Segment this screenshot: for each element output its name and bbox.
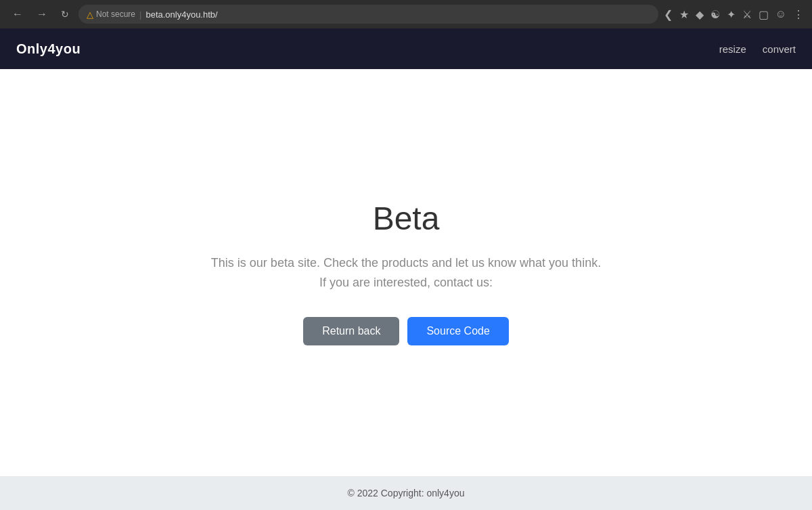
source-code-button[interactable]: Source Code — [407, 317, 508, 345]
browser-actions: ❮ ★ ◆ ☯ ✦ ⚔ ▢ ☺ ⋮ — [664, 8, 804, 21]
extensions-icon[interactable]: ◆ — [696, 8, 704, 21]
convert-link[interactable]: convert — [763, 43, 796, 55]
browser-chrome: ← → ↻ △ Not secure | beta.only4you.htb/ … — [0, 0, 812, 28]
separator: | — [139, 9, 141, 20]
address-bar[interactable]: △ Not secure | beta.only4you.htb/ — [78, 5, 658, 24]
page-title: Beta — [373, 200, 440, 237]
extensions2-icon[interactable]: ✦ — [727, 8, 736, 21]
page-description: This is our beta site. Check the product… — [210, 253, 602, 293]
profile-icon[interactable]: ☺ — [775, 8, 786, 20]
resize-link[interactable]: resize — [719, 43, 746, 55]
flask-icon[interactable]: ⚔ — [742, 8, 752, 21]
buttons-container: Return back Source Code — [303, 317, 509, 345]
share-icon[interactable]: ❮ — [664, 8, 673, 21]
app-brand: Only4you — [16, 41, 81, 57]
return-back-button[interactable]: Return back — [303, 317, 399, 345]
app-navbar: Only4you resize convert — [0, 28, 812, 69]
nav-links: resize convert — [719, 43, 796, 55]
url-display: beta.only4you.htb/ — [145, 9, 217, 20]
not-secure-label: Not secure — [96, 9, 135, 19]
window-icon[interactable]: ▢ — [759, 8, 769, 21]
forward-button[interactable]: → — [32, 5, 51, 23]
main-content: Beta This is our beta site. Check the pr… — [0, 69, 812, 476]
not-secure-indicator: △ Not secure — [87, 9, 135, 20]
footer-copyright: © 2022 Copyright: only4you — [348, 488, 465, 498]
reload-button[interactable]: ↻ — [57, 6, 73, 22]
puzzle-icon[interactable]: ☯ — [710, 8, 720, 21]
bookmark-icon[interactable]: ★ — [679, 8, 689, 21]
back-button[interactable]: ← — [8, 5, 27, 23]
warning-icon: △ — [87, 9, 93, 20]
footer: © 2022 Copyright: only4you — [0, 476, 812, 510]
menu-icon[interactable]: ⋮ — [793, 8, 804, 21]
